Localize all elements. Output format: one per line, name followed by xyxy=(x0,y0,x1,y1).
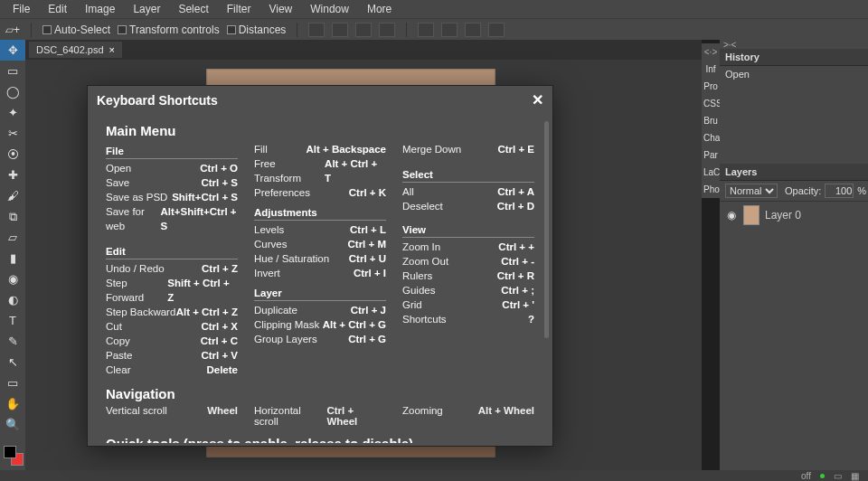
blend-mode-select[interactable]: Normal xyxy=(725,184,778,198)
type-tool[interactable]: T xyxy=(0,310,25,331)
menu-view[interactable]: View xyxy=(259,3,301,15)
shortcut-row: AllCtrl + A xyxy=(402,184,534,199)
group-select: Select xyxy=(402,169,534,183)
align-button-7[interactable] xyxy=(465,23,481,37)
shortcut-row: RulersCtrl + R xyxy=(402,269,534,283)
status-icon-1[interactable]: ▭ xyxy=(834,471,842,481)
status-icon-2[interactable]: ▦ xyxy=(851,471,859,481)
shortcut-row: SaveCtrl + S xyxy=(106,175,238,190)
section-navigation: Navigation xyxy=(106,386,534,401)
nav-row: Vertical scrollWheel xyxy=(106,405,238,427)
foreground-swatch[interactable] xyxy=(4,446,16,458)
expand-icon[interactable]: <·> xyxy=(703,43,719,61)
wand-tool[interactable]: ✦ xyxy=(0,102,25,123)
shortcut-row: CurvesCtrl + M xyxy=(254,237,386,251)
opacity-input[interactable] xyxy=(825,184,854,198)
rect-select-tool[interactable]: ▭ xyxy=(0,61,25,81)
dodge-tool[interactable]: ◐ xyxy=(0,289,25,310)
hand-tool[interactable]: ✋ xyxy=(0,393,25,414)
visibility-icon[interactable]: ◉ xyxy=(725,209,738,222)
panel-info[interactable]: Inf xyxy=(702,61,720,78)
shortcut-row: Save as PSDShift+Ctrl + S xyxy=(106,190,238,204)
shortcut-row: Zoom OutCtrl + - xyxy=(402,254,534,269)
menu-layer[interactable]: Layer xyxy=(124,3,169,15)
panel-photo[interactable]: Pho xyxy=(702,181,720,198)
move-cursor-icon: ▱+ xyxy=(5,24,20,36)
gradient-tool[interactable]: ▮ xyxy=(0,248,25,269)
group-file: File xyxy=(106,146,238,159)
zoom-tool[interactable]: 🔍 xyxy=(0,414,25,435)
shortcut-row: PreferencesCtrl + K xyxy=(254,185,386,200)
menu-image[interactable]: Image xyxy=(76,3,124,15)
keyboard-shortcuts-dialog: Keyboard Shortcuts ✕ Main Menu File Open… xyxy=(87,85,553,447)
history-panel-header[interactable]: History xyxy=(720,49,868,66)
shortcut-row: ClearDelete xyxy=(106,363,238,377)
shortcut-row: Undo / RedoCtrl + Z xyxy=(106,261,238,276)
group-edit: Edit xyxy=(106,246,238,259)
align-button-6[interactable] xyxy=(441,23,458,37)
shortcut-row: InvertCtrl + I xyxy=(254,266,386,280)
align-button-2[interactable] xyxy=(332,23,348,37)
move-tool[interactable]: ✥ xyxy=(0,40,25,61)
options-toolbar: ▱+ Auto-Select Transform controls Distan… xyxy=(0,18,868,40)
shortcut-row: Free TransformAlt + Ctrl + T xyxy=(254,156,386,185)
crop-tool[interactable]: ✂ xyxy=(0,123,25,144)
align-button-5[interactable] xyxy=(418,23,434,37)
shortcut-row: Zoom InCtrl + + xyxy=(402,240,534,254)
menu-more[interactable]: More xyxy=(358,3,401,15)
menu-window[interactable]: Window xyxy=(301,3,358,15)
menu-file[interactable]: File xyxy=(4,3,39,15)
shortcut-row: CutCtrl + X xyxy=(106,319,238,334)
status-off: off xyxy=(801,471,811,481)
history-entry[interactable]: Open xyxy=(720,66,868,82)
nav-row: ZoomingAlt + Wheel xyxy=(402,405,534,427)
status-indicator-icon xyxy=(820,474,825,478)
layer-thumbnail[interactable] xyxy=(743,205,760,225)
shortcut-row: FillAlt + Backspace xyxy=(254,142,386,156)
separator xyxy=(297,23,297,37)
close-icon[interactable]: × xyxy=(109,44,115,55)
menu-select[interactable]: Select xyxy=(169,3,217,15)
distances-checkbox[interactable]: Distances xyxy=(227,24,287,36)
dialog-title: Keyboard Shortcuts xyxy=(97,93,218,108)
shortcut-row: DuplicateCtrl + J xyxy=(254,303,386,317)
align-button-3[interactable] xyxy=(355,23,372,37)
shape-tool[interactable]: ▭ xyxy=(0,373,25,393)
path-tool[interactable]: ↖ xyxy=(0,352,25,373)
blur-tool[interactable]: ◉ xyxy=(0,269,25,289)
collapse-icon[interactable]: >·< xyxy=(723,40,736,49)
align-button-8[interactable] xyxy=(488,23,505,37)
panel-properties[interactable]: Pro xyxy=(702,78,720,95)
close-icon[interactable]: ✕ xyxy=(532,91,543,108)
group-view: View xyxy=(402,224,534,238)
shortcut-row: Save for webAlt+Shift+Ctrl + S xyxy=(106,204,238,233)
layers-panel-header[interactable]: Layers xyxy=(720,164,868,181)
nav-row: Horizontal scrollCtrl + Wheel xyxy=(254,405,386,427)
menu-filter[interactable]: Filter xyxy=(218,3,260,15)
heal-tool[interactable]: ✚ xyxy=(0,165,25,185)
panel-paragraph[interactable]: Par xyxy=(702,146,720,164)
shortcut-row: Merge DownCtrl + E xyxy=(402,142,534,156)
menu-edit[interactable]: Edit xyxy=(39,3,76,15)
panel-css[interactable]: CSS xyxy=(702,95,720,112)
layer-row[interactable]: ◉ Layer 0 xyxy=(720,202,868,229)
align-button-4[interactable] xyxy=(379,23,395,37)
panel-character[interactable]: Cha xyxy=(702,129,720,146)
pen-tool[interactable]: ✎ xyxy=(0,331,25,352)
stamp-tool[interactable]: ⧉ xyxy=(0,206,25,227)
document-tab[interactable]: DSC_6402.psd × xyxy=(29,42,122,58)
layer-name[interactable]: Layer 0 xyxy=(765,209,801,222)
auto-select-checkbox[interactable]: Auto-Select xyxy=(42,24,110,36)
panel-layercomps[interactable]: LaC xyxy=(702,164,720,181)
eraser-tool[interactable]: ▱ xyxy=(0,227,25,248)
align-button-1[interactable] xyxy=(308,23,325,37)
document-tab-label: DSC_6402.psd xyxy=(36,44,104,55)
scrollbar[interactable] xyxy=(544,121,549,338)
transform-controls-checkbox[interactable]: Transform controls xyxy=(118,24,220,36)
panel-brush[interactable]: Bru xyxy=(702,112,720,129)
lasso-tool[interactable]: ◯ xyxy=(0,81,25,102)
distances-label: Distances xyxy=(239,24,287,36)
brush-tool[interactable]: 🖌 xyxy=(0,185,25,206)
shortcut-row: CopyCtrl + C xyxy=(106,334,238,348)
eyedropper-tool[interactable]: ⦿ xyxy=(0,144,25,165)
